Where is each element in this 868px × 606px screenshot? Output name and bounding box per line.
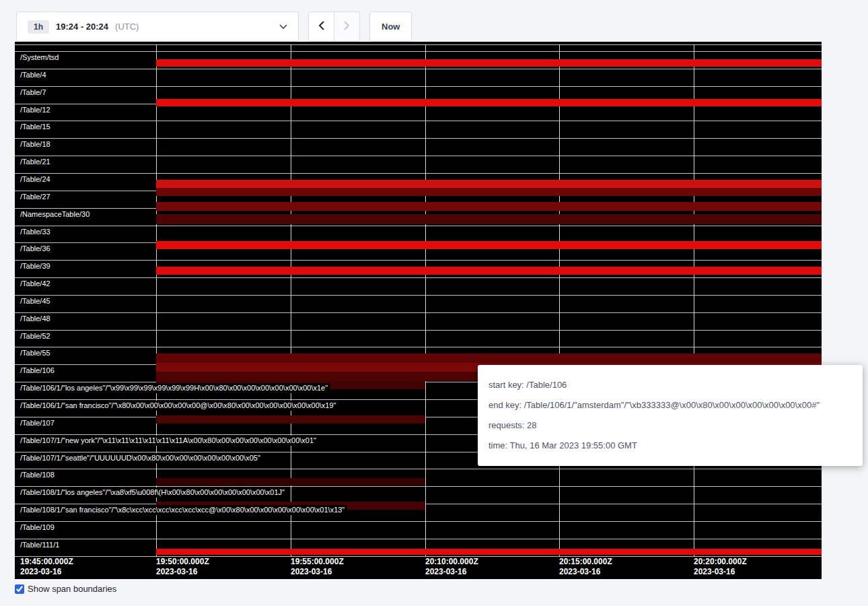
span-boundary-line [15, 173, 822, 174]
span-boundary-line [15, 539, 822, 539]
now-button[interactable]: Now [369, 11, 412, 42]
span-key-label: /Table/111/1 [20, 540, 62, 550]
span-boundary-line [15, 260, 822, 261]
hot-range-band[interactable] [156, 214, 822, 224]
span-boundary-line [15, 44, 822, 45]
span-boundary-line [15, 121, 822, 121]
time-range-label: 19:24 - 20:24 [56, 22, 108, 32]
span-key-label: /System/tsd [20, 53, 61, 63]
span-boundaries-control: Show span boundaries [15, 584, 116, 594]
chevron-down-icon [279, 24, 287, 30]
span-key-label: /Table/4 [20, 70, 49, 80]
span-key-label: /Table/108/1/"san francisco"/"\x8c\xcc\x… [20, 505, 347, 515]
span-key-label: /NamespaceTable/30 [20, 209, 92, 220]
time-gridline [559, 44, 560, 556]
span-key-label: /Table/108 [20, 470, 57, 480]
span-key-label: /Table/33 [20, 227, 53, 237]
span-boundary-line [15, 86, 822, 87]
hot-range-band[interactable] [156, 188, 822, 196]
show-span-boundaries-checkbox[interactable] [15, 584, 24, 594]
span-key-label: /Table/106/1/"los angeles"/"\x99\x99\x99… [20, 383, 330, 393]
span-key-label: /Table/24 [20, 174, 53, 184]
span-key-label: /Table/39 [20, 261, 53, 271]
span-boundary-line [15, 226, 822, 226]
span-key-label: /Table/21 [20, 157, 53, 167]
span-key-label: /Table/107/1/"new york"/"\x11\x11\x11\x1… [20, 436, 319, 446]
span-key-label: /Table/45 [20, 296, 53, 306]
span-key-label: /Table/107 [20, 418, 57, 428]
hot-range-band[interactable] [156, 180, 822, 188]
time-axis-label: 19:50:00.000Z2023-03-16 [156, 557, 209, 577]
tooltip-end-key: end key: /Table/106/1/"amsterdam"/"\xb33… [489, 395, 852, 415]
span-boundary-line [15, 486, 822, 487]
span-boundary-line [15, 347, 822, 347]
hot-range-band[interactable] [156, 267, 822, 275]
hover-tooltip: start key: /Table/106 end key: /Table/10… [478, 365, 863, 466]
hot-range-band[interactable] [156, 99, 822, 106]
timezone-label: (UTC) [115, 22, 139, 32]
span-key-label: /Table/27 [20, 192, 53, 202]
chevron-left-icon [318, 21, 324, 32]
time-gridline [694, 44, 694, 556]
span-key-label: /Table/107/1/"seattle"/"UUUUUUD\x00\x80\… [20, 453, 263, 463]
span-key-label: /Table/15 [20, 122, 53, 132]
span-boundary-line [15, 295, 822, 296]
span-boundary-line [15, 521, 822, 522]
show-span-boundaries-label[interactable]: Show span boundaries [28, 584, 116, 594]
span-key-label: /Table/106 [20, 366, 57, 376]
span-key-label: /Table/55 [20, 348, 53, 358]
span-key-label: /Table/52 [20, 331, 53, 341]
key-visualizer-canvas[interactable]: start key: /Table/106 end key: /Table/10… [15, 42, 822, 579]
hot-range-band[interactable] [156, 59, 822, 67]
span-boundary-line [15, 330, 822, 331]
hot-range-band[interactable] [156, 549, 822, 555]
next-range-button[interactable] [334, 11, 360, 42]
span-key-label: /Table/109 [20, 523, 57, 533]
span-key-label: /Table/7 [20, 88, 49, 98]
hot-range-band[interactable] [156, 241, 822, 249]
span-boundary-line [15, 469, 822, 469]
tooltip-start-key: start key: /Table/106 [489, 375, 852, 395]
span-boundary-line [15, 138, 822, 139]
duration-badge: 1h [28, 20, 49, 34]
span-key-label: /Table/12 [20, 105, 53, 115]
span-boundary-line [15, 69, 822, 69]
span-boundary-line [15, 156, 822, 156]
span-key-label: /Table/36 [20, 244, 53, 254]
span-key-label: /Table/42 [20, 279, 53, 289]
chevron-right-icon [344, 21, 350, 32]
hot-range-band[interactable] [156, 415, 425, 424]
span-boundary-line [15, 51, 822, 52]
time-axis-label: 20:15:00.000Z2023-03-16 [559, 557, 612, 577]
span-key-label: /Table/106/1/"san francisco"/"\x80\x00\x… [20, 401, 339, 411]
time-axis-label: 19:45:00.000Z2023-03-16 [20, 557, 73, 577]
previous-range-button[interactable] [308, 11, 334, 42]
hot-range-band[interactable] [156, 354, 822, 363]
hot-range-band[interactable] [156, 478, 425, 485]
time-gridline [425, 44, 426, 556]
span-boundary-line [15, 312, 822, 313]
tooltip-time: time: Thu, 16 Mar 2023 19:55:00 GMT [489, 436, 852, 456]
span-key-label: /Table/108/1/"los angeles"/"\xa8\xf5\u00… [20, 487, 287, 498]
time-axis-label: 20:20:00.000Z2023-03-16 [694, 557, 747, 577]
time-range-selector[interactable]: 1h 19:24 - 20:24 (UTC) [16, 11, 299, 42]
tooltip-requests: requests: 28 [489, 415, 852, 436]
time-nav-buttons [308, 11, 360, 42]
toolbar: 1h 19:24 - 20:24 (UTC) Now [16, 11, 412, 42]
time-axis-label: 20:10:00.000Z2023-03-16 [425, 557, 478, 577]
hot-range-band[interactable] [156, 202, 822, 211]
span-boundary-line [15, 277, 822, 278]
span-key-label: /Table/18 [20, 139, 53, 149]
span-key-label: /Table/48 [20, 314, 53, 324]
time-axis-label: 19:55:00.000Z2023-03-16 [291, 557, 344, 577]
